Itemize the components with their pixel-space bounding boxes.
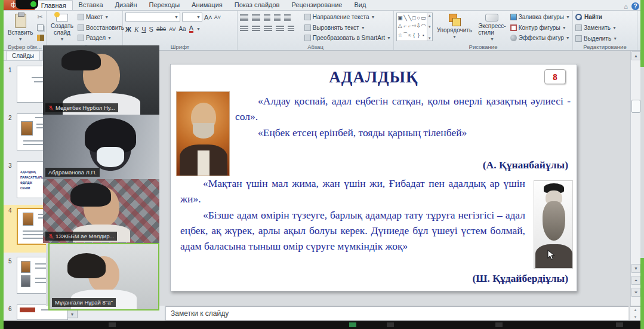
taskbar-icon[interactable] <box>387 322 394 327</box>
video-tile-participant-3[interactable]: 13ЖББМ ае Мөлдир... <box>43 179 159 243</box>
shrink-font-icon[interactable]: A˅ <box>214 14 221 20</box>
tab-slideshow[interactable]: Показ слайдов <box>229 0 286 10</box>
underline-button[interactable]: Ч <box>141 26 146 33</box>
increase-indent-icon[interactable] <box>274 14 281 21</box>
align-center-icon[interactable] <box>252 26 260 32</box>
dropdown-arrow-icon: ▼ <box>196 27 201 31</box>
format-painter-icon[interactable] <box>37 35 44 41</box>
scroll-down-button[interactable]: ▼ <box>631 264 640 273</box>
video-tile-participant-4-active[interactable]: Мұқангали Нұрай 8"а" <box>48 243 159 310</box>
columns-icon[interactable] <box>288 26 294 32</box>
strikethrough-button[interactable]: abc <box>156 26 166 32</box>
change-case-button[interactable]: Aa <box>178 26 186 32</box>
reset-button[interactable]: Восстановить <box>78 24 124 31</box>
text-shadow-button[interactable]: S <box>149 26 153 33</box>
slide-title[interactable]: АДАЛДЫҚ <box>171 68 577 87</box>
previous-slide-button[interactable]: ⏶ <box>631 276 640 285</box>
tab-animation[interactable]: Анимация <box>186 0 229 10</box>
paste-label: Вставить <box>8 29 33 36</box>
decrease-indent-icon[interactable] <box>264 14 270 21</box>
layout-button[interactable]: Макет▼ <box>78 14 124 20</box>
shape-fill-button[interactable]: Заливка фигуры▼ <box>510 14 570 20</box>
author-abai[interactable]: (А. Құнанбайұлы) <box>483 159 568 171</box>
thumbnail-dropdown-button[interactable]: ▼ <box>67 310 78 318</box>
shape-effects-button[interactable]: Эффекты фигур▼ <box>510 35 570 41</box>
tab-review[interactable]: Рецензирование <box>285 0 348 10</box>
replace-button[interactable]: Заменить▼ <box>575 24 634 31</box>
numbering-icon[interactable] <box>252 14 260 21</box>
font-size-combo[interactable]: ▼ <box>182 13 202 21</box>
group-label-editing: Редактирование <box>573 44 637 50</box>
screen-share-border-right-bottom <box>640 258 644 329</box>
quote-2: «Еңбек етсең ерінбей, тояды қарның тілен… <box>235 125 571 140</box>
font-color-button[interactable]: A <box>189 25 193 33</box>
arrange-icon <box>448 14 461 26</box>
copy-icon[interactable] <box>37 24 44 31</box>
editor-scrollbar[interactable]: ▲ ▼ ⏶ ⏷ <box>630 51 640 306</box>
section-button[interactable]: Раздел▼ <box>78 35 124 41</box>
quote-block-2[interactable]: «Мақтан үшін мал жима, жан үшін жи, Ғиба… <box>180 176 525 254</box>
screen-share-border-left <box>0 0 4 329</box>
align-text-button[interactable]: Выровнять текст▼ <box>304 24 391 31</box>
notes-scrollbar[interactable]: ▲▼ <box>630 306 640 320</box>
slide-canvas[interactable]: 8 АДАЛДЫҚ «Алдау қоспай, адал еңбегін са… <box>170 64 577 291</box>
arrange-button[interactable]: Упорядочить ▼ <box>435 13 474 42</box>
group-clipboard: Вставить ▼ ✂ Буфер обм... <box>4 11 47 50</box>
find-button[interactable]: Найти <box>575 14 634 20</box>
dropdown-arrow-icon: ▼ <box>60 37 64 41</box>
thumb-bullet: АДАЛДЫҚ <box>20 170 46 174</box>
line-spacing-icon[interactable] <box>284 14 291 21</box>
shape-outline-button[interactable]: Контур фигуры▼ <box>510 24 570 31</box>
paste-button[interactable]: Вставить ▼ <box>6 13 35 42</box>
bold-button[interactable]: Ж <box>125 26 131 33</box>
scroll-up-button[interactable]: ▲ <box>631 51 640 60</box>
quote-block-1[interactable]: «Алдау қоспай, адал еңбегін сатқан, қолы… <box>235 93 571 140</box>
notes-pane[interactable]: Заметки к слайду <box>165 306 628 320</box>
tab-slides-panel[interactable]: Слайды <box>6 51 40 60</box>
video-tile-participant-2[interactable]: Абдраманова Л.П. <box>43 115 159 179</box>
reset-icon <box>78 24 84 31</box>
taskbar-icon[interactable] <box>495 322 503 327</box>
ribbon-body: Вставить ▼ ✂ Буфер обм... Создать слайд … <box>4 11 640 50</box>
participant-name-tag: Медетбек Нұрбол Ну... <box>45 103 118 112</box>
tab-transitions[interactable]: Переходы <box>143 0 186 10</box>
mouse-cursor-icon <box>547 250 555 260</box>
dropdown-arrow-icon: ▼ <box>490 37 494 41</box>
scrollbar-thumb[interactable] <box>631 100 640 113</box>
grow-font-icon[interactable]: A˄ <box>204 14 212 21</box>
tab-home[interactable]: Главная <box>35 0 73 10</box>
author-shakarim[interactable]: (Ш. Құдайбердіұлы) <box>473 272 568 285</box>
tab-design[interactable]: Дизайн <box>109 0 143 10</box>
convert-smartart-button[interactable]: Преобразовать в SmartArt▼ <box>304 35 391 41</box>
next-slide-button[interactable]: ⏷ <box>631 288 640 297</box>
font-name-combo[interactable]: ▼ <box>125 13 180 21</box>
taskbar-tray-icon[interactable] <box>616 322 623 327</box>
video-tile-participant-1[interactable]: Медетбек Нұрбол Ну... <box>43 45 159 115</box>
minimize-ribbon-icon[interactable]: ⌂ <box>624 3 628 10</box>
justify-icon[interactable] <box>276 26 284 32</box>
shapes-scroll[interactable]: ▲▼▼ <box>427 13 432 41</box>
help-icon[interactable]: ? <box>631 2 639 10</box>
taskbar-icon-green[interactable] <box>349 322 356 327</box>
new-slide-button[interactable]: Создать слайд ▼ <box>49 13 75 42</box>
portrait-beard <box>543 201 565 241</box>
slide-number: 3 <box>8 161 14 169</box>
tab-view[interactable]: Вид <box>348 0 372 10</box>
shapes-gallery[interactable]: ▣╲╲□○▭ △⌐⌐⇨⇩◠ ☆⌒≈{}⋆ ▲▼▼ <box>396 13 433 41</box>
participant-name: Медетбек Нұрбол Ну... <box>56 104 115 111</box>
italic-button[interactable]: К <box>134 26 138 33</box>
abai-portrait[interactable] <box>176 91 230 176</box>
quote-4: «Бізше адам өмірін түзеуге, барлық адамд… <box>180 207 525 254</box>
screen: файл Главная Вставка Дизайн Переходы Ани… <box>0 0 644 329</box>
align-left-icon[interactable] <box>240 26 248 32</box>
text-direction-button[interactable]: Направление текста▼ <box>304 14 391 20</box>
align-right-icon[interactable] <box>264 26 272 32</box>
quick-styles-button[interactable]: Экспресс-стили ▼ <box>476 13 508 42</box>
taskbar-icon[interactable] <box>109 322 116 327</box>
char-spacing-button[interactable]: AV <box>169 26 175 32</box>
slide-number: 6 <box>8 305 14 312</box>
select-button[interactable]: Выделить▼ <box>575 35 634 42</box>
bullets-icon[interactable] <box>240 14 248 21</box>
cut-icon[interactable]: ✂ <box>37 14 44 20</box>
tab-insert[interactable]: Вставка <box>73 0 109 10</box>
